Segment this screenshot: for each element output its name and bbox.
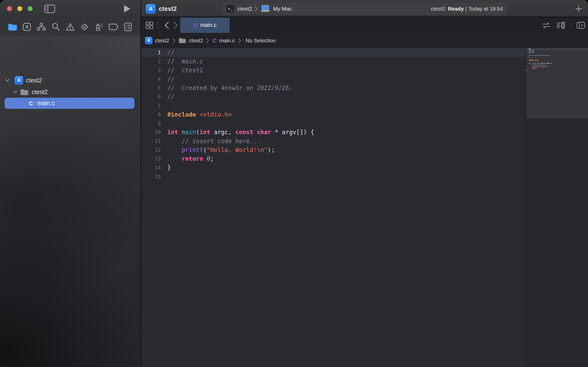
code-text: [161, 119, 167, 128]
line-number[interactable]: 5: [141, 83, 161, 92]
code-line[interactable]: 13 return 0;: [141, 154, 525, 163]
minimap[interactable]: [526, 48, 588, 367]
tree-item-label[interactable]: ctest2: [32, 89, 48, 96]
minimap-bar: [551, 63, 551, 64]
line-number[interactable]: 11: [141, 137, 161, 146]
code-line[interactable]: 5// Created by 4nsw3r on 2022/9/26.: [141, 83, 525, 92]
debug-navigator-button[interactable]: [93, 21, 105, 33]
traffic-zoom-button[interactable]: [28, 6, 33, 11]
line-number[interactable]: 2: [141, 57, 161, 66]
back-button[interactable]: [162, 20, 171, 30]
line-number[interactable]: 4: [141, 75, 161, 83]
line-number[interactable]: 1: [141, 48, 161, 57]
run-button[interactable]: [122, 4, 132, 14]
code-line[interactable]: 1//: [141, 48, 525, 57]
issue-navigator-button[interactable]: [65, 21, 76, 33]
editor-grid-icon: [145, 21, 154, 29]
code-line[interactable]: 8#include <stdio.h>: [141, 110, 525, 119]
code-text: //: [161, 48, 175, 57]
breakpoint-navigator-button[interactable]: [108, 21, 119, 33]
spray-icon: [94, 22, 104, 32]
destination-name[interactable]: My Mac: [273, 6, 292, 12]
line-number[interactable]: 7: [141, 101, 161, 110]
forward-button[interactable]: [171, 20, 180, 30]
symbol-navigator-button[interactable]: [36, 21, 47, 33]
scheme-chevron-icon: [255, 6, 258, 12]
tree-item-main-c[interactable]: C main.c: [5, 98, 134, 109]
line-number[interactable]: 12: [141, 146, 161, 154]
code-line[interactable]: 10int main(int argc, const char * argv[]…: [141, 128, 525, 136]
code-line[interactable]: 6//: [141, 92, 525, 101]
project-navigator-button[interactable]: [7, 21, 18, 33]
disclosure-chevron-icon[interactable]: [13, 90, 17, 94]
tree-item-label[interactable]: ctest2: [26, 77, 42, 84]
tree-item-label[interactable]: main.c: [37, 100, 55, 107]
line-number[interactable]: 9: [141, 119, 161, 128]
status-project: ctest2:: [431, 6, 446, 12]
crumb-file[interactable]: main.c: [219, 37, 235, 44]
folder-icon: [20, 89, 29, 96]
code-text: //: [161, 75, 175, 83]
minimap-bar: [546, 63, 547, 64]
test-navigator-button[interactable]: [79, 21, 90, 33]
line-number[interactable]: 6: [141, 92, 161, 101]
scheme-name[interactable]: ctest2: [238, 6, 252, 12]
source-control-navigator-button[interactable]: [21, 21, 33, 33]
tab-main-c[interactable]: C main.c: [180, 18, 230, 33]
code-text: //: [161, 92, 175, 101]
build-status[interactable]: ctest2: Ready | Today at 19:54: [431, 6, 503, 12]
crumb-selection[interactable]: No Selection: [246, 37, 276, 44]
minimap-toggle-icon: [556, 21, 565, 29]
editor-tools: [541, 18, 585, 33]
project-app-icon: A: [146, 4, 155, 14]
adjust-editor-button[interactable]: [541, 22, 551, 29]
source-editor[interactable]: 1//2// main.c3// ctest24//5// Created by…: [141, 48, 525, 367]
line-number[interactable]: 8: [141, 110, 161, 119]
minimap-bar: [529, 63, 531, 64]
code-line[interactable]: 7: [141, 101, 525, 110]
minimap-bar: [532, 66, 536, 67]
line-number[interactable]: 14: [141, 163, 161, 172]
project-app-icon: A: [145, 37, 152, 44]
toolbar-separator: [570, 22, 571, 29]
code-text: // insert code here...: [161, 137, 260, 146]
code-text: [161, 101, 167, 110]
crumb-group[interactable]: ctest2: [189, 37, 203, 44]
sidebar-toggle-button[interactable]: [44, 4, 55, 13]
line-number[interactable]: 13: [141, 154, 161, 163]
traffic-close-button[interactable]: [7, 6, 12, 11]
code-line[interactable]: 2// main.c: [141, 57, 525, 66]
code-line[interactable]: 15: [141, 172, 525, 181]
report-navigator-button[interactable]: [122, 21, 134, 33]
jump-bar: A ctest2 ctest2 C main.c No Selection: [141, 33, 588, 49]
line-number[interactable]: 15: [141, 172, 161, 181]
find-navigator-button[interactable]: [50, 21, 62, 33]
code-line[interactable]: 12 printf("Hello, World!\n");: [141, 146, 525, 154]
toolbar-separator: [158, 21, 159, 29]
tree-item-project[interactable]: A ctest2: [5, 76, 42, 85]
editor-options-button[interactable]: [556, 21, 565, 29]
code-line[interactable]: 4//: [141, 75, 525, 83]
minimap-bar: [537, 63, 539, 64]
code-line[interactable]: 9: [141, 119, 525, 128]
crumb-project[interactable]: ctest2: [155, 37, 169, 44]
code-text: return 0;: [161, 154, 214, 163]
code-line[interactable]: 3// ctest2: [141, 66, 525, 75]
tab-label: main.c: [200, 22, 216, 28]
split-editor-button[interactable]: [576, 21, 585, 29]
line-number[interactable]: 10: [141, 128, 161, 136]
related-items-button[interactable]: [145, 21, 154, 29]
traffic-minimize-button[interactable]: [17, 6, 22, 11]
scheme-bar[interactable]: >_ ctest2 My Mac ctest2: Ready | Today a…: [222, 3, 507, 15]
code-line[interactable]: 11 // insert code here...: [141, 137, 525, 146]
line-number[interactable]: 3: [141, 66, 161, 75]
disclosure-chevron-icon[interactable]: [5, 79, 10, 82]
status-state: Ready: [448, 6, 464, 12]
c-file-badge: C: [193, 22, 197, 28]
navigator-rail: [0, 18, 140, 35]
add-tab-button[interactable]: [574, 4, 584, 14]
tree-item-group[interactable]: ctest2: [13, 87, 48, 97]
source-control-icon: [22, 22, 31, 31]
code-line[interactable]: 14}: [141, 163, 525, 172]
minimap-bar: [535, 63, 536, 64]
